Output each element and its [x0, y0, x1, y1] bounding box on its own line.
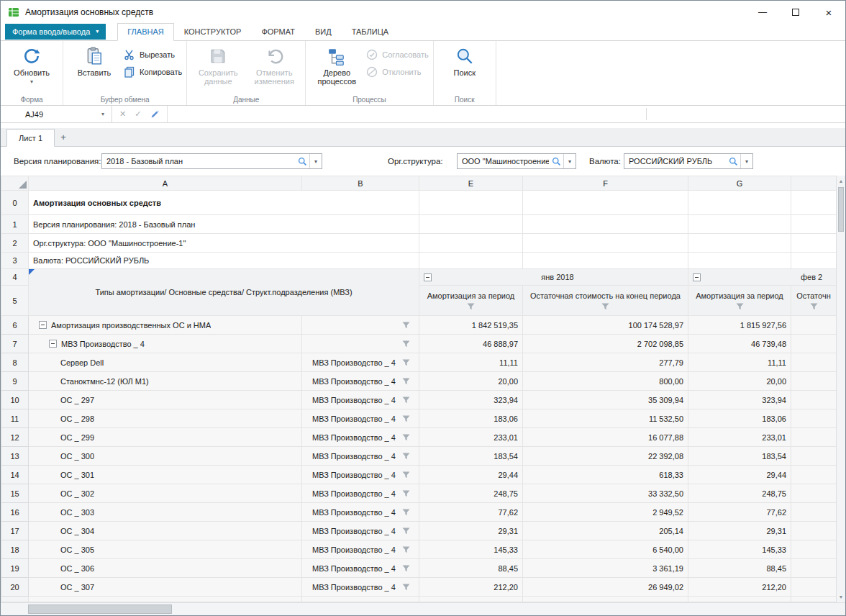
empty-cell[interactable]	[523, 234, 688, 253]
cell-asset-name[interactable]: Сервер Dell	[29, 353, 302, 372]
chevron-down-icon[interactable]: ▾	[309, 154, 322, 168]
cell-mvz[interactable]: МВЗ Производство _ 4	[302, 540, 419, 559]
cell-mvz[interactable]	[302, 335, 419, 353]
cell-asset-name[interactable]: ОС _ 306	[29, 559, 302, 578]
cell-asset-name[interactable]: ОС _ 303	[29, 503, 302, 522]
filter-icon[interactable]	[402, 415, 410, 422]
empty-cell[interactable]	[791, 191, 837, 215]
cell-value[interactable]	[791, 540, 837, 559]
empty-cell[interactable]	[419, 234, 523, 253]
collapse-toggle[interactable]	[424, 273, 432, 281]
chevron-down-icon[interactable]: ▾	[740, 154, 752, 168]
cell-mvz[interactable]: МВЗ Производство _ 4	[302, 466, 419, 484]
filter-icon[interactable]	[402, 340, 410, 348]
paste-button[interactable]: Вставить	[68, 43, 121, 77]
scroll-down-icon[interactable]: ▼	[837, 592, 845, 602]
empty-cell[interactable]	[688, 234, 791, 253]
sheet-tab-list1[interactable]: Лист 1	[6, 129, 55, 147]
formula-input[interactable]	[168, 107, 644, 122]
empty-cell[interactable]	[688, 191, 791, 215]
cell-asset-name[interactable]: ОС _ 305	[29, 540, 302, 559]
cell-value[interactable]: 800,00	[523, 372, 688, 391]
row-dimension-header[interactable]: Типы амортизации/ Основные средства/ Стр…	[29, 269, 419, 316]
filter-icon[interactable]	[402, 434, 410, 441]
form-io-menu-button[interactable]: Форма ввода/вывода ▾	[5, 24, 106, 40]
info-org-cell[interactable]: Орг.структура: ООО "Машиностроение-1"	[29, 234, 419, 253]
cell-value[interactable]	[791, 335, 837, 353]
cell-value[interactable]: 29,31	[419, 522, 523, 540]
cell-value[interactable]: 11 532,50	[523, 409, 688, 428]
row-header[interactable]: 11	[1, 409, 29, 428]
cut-button[interactable]: Вырезать	[124, 49, 182, 60]
cell-value[interactable]	[791, 503, 837, 522]
empty-cell[interactable]	[791, 215, 837, 234]
info-version-cell[interactable]: Версия планирования: 2018 - Базовый план	[29, 215, 419, 234]
measure-header-amort-feb[interactable]: Амортизация за период	[688, 286, 791, 316]
collapse-toggle[interactable]	[39, 321, 47, 329]
column-header-e[interactable]: E	[419, 176, 523, 191]
cell-value[interactable]: 6 540,00	[523, 540, 688, 559]
filter-icon[interactable]	[736, 303, 744, 310]
row-header[interactable]: 9	[1, 372, 29, 391]
cell-value[interactable]	[791, 316, 837, 335]
cell-value[interactable]: 212,20	[688, 578, 791, 597]
cell-value[interactable]: 1 815 927,56	[688, 316, 791, 335]
scroll-up-icon[interactable]: ▲	[837, 176, 845, 186]
cell-value[interactable]	[791, 447, 837, 466]
cell-value[interactable]: 100 174 528,97	[523, 316, 688, 335]
cell-asset-name[interactable]: Станоктмнс-12 (ЮЛ М1)	[29, 372, 302, 391]
cell-mvz[interactable]: МВЗ Производство _ 4	[302, 353, 419, 372]
row-header[interactable]: 0	[1, 191, 29, 215]
cell-value[interactable]: 248,75	[419, 484, 523, 503]
cell-value[interactable]: 618,33	[523, 466, 688, 484]
refresh-button[interactable]: Обновить ▾	[5, 43, 58, 84]
cell-value[interactable]: 29,44	[419, 466, 523, 484]
cell-asset-name[interactable]: ОС _ 299	[29, 428, 302, 447]
row-header[interactable]: 12	[1, 428, 29, 447]
column-header-g[interactable]: G	[688, 176, 791, 191]
horizontal-scrollbar-thumb[interactable]	[28, 604, 172, 614]
empty-cell[interactable]	[688, 215, 791, 234]
row-header[interactable]: 16	[1, 503, 29, 522]
row-header[interactable]: 6	[1, 316, 29, 335]
row-header[interactable]: 8	[1, 353, 29, 372]
cell-value[interactable]	[791, 559, 837, 578]
row-header[interactable]: 13	[1, 447, 29, 466]
cell-value[interactable]: 46 888,97	[419, 335, 523, 353]
cell-value[interactable]	[791, 522, 837, 540]
cell-value[interactable]: 183,54	[419, 447, 523, 466]
cell-value[interactable]	[791, 428, 837, 447]
search-icon[interactable]	[549, 157, 563, 166]
vertical-scrollbar-thumb[interactable]	[838, 187, 844, 232]
measure-header-amort-jan[interactable]: Амортизация за период	[419, 286, 523, 316]
minimize-button[interactable]: —	[746, 1, 779, 24]
cell-value[interactable]: 46 739,48	[688, 335, 791, 353]
row-header[interactable]: 10	[1, 391, 29, 409]
cell-asset-name[interactable]: ОС _ 301	[29, 466, 302, 484]
save-data-button[interactable]: Сохранить данные	[191, 43, 245, 86]
filter-icon[interactable]	[402, 509, 410, 516]
cell-value[interactable]: 29,44	[688, 466, 791, 484]
empty-cell[interactable]	[419, 215, 523, 234]
cell-value[interactable]	[791, 409, 837, 428]
cell-value[interactable]: 212,20	[419, 578, 523, 597]
cell-asset-name[interactable]: ОС _ 304	[29, 522, 302, 540]
row-header[interactable]: 17	[1, 522, 29, 540]
cell-value[interactable]: 3 361,19	[523, 559, 688, 578]
cell-value[interactable]: 88,45	[688, 559, 791, 578]
undo-changes-button[interactable]: Отменить изменения	[247, 43, 301, 86]
cell-value[interactable]	[791, 391, 837, 409]
row-header[interactable]: 5	[1, 286, 29, 316]
filter-icon[interactable]	[402, 471, 410, 479]
cell-mvz[interactable]: МВЗ Производство _ 4	[302, 559, 419, 578]
cell-value[interactable]: 233,01	[419, 428, 523, 447]
cell-value[interactable]: 11,11	[688, 353, 791, 372]
maximize-button[interactable]	[779, 1, 812, 24]
collapse-toggle[interactable]	[693, 273, 701, 281]
empty-cell[interactable]	[419, 253, 523, 269]
tab-format[interactable]: ФОРМАТ	[251, 23, 305, 41]
cell-value[interactable]: 323,94	[688, 391, 791, 409]
month-band-jan[interactable]: янв 2018	[419, 269, 688, 286]
cell-mvz[interactable]: МВЗ Производство _ 4	[302, 409, 419, 428]
org-structure-combo[interactable]: ООО "Машиностроение-1" ▾	[457, 153, 576, 169]
